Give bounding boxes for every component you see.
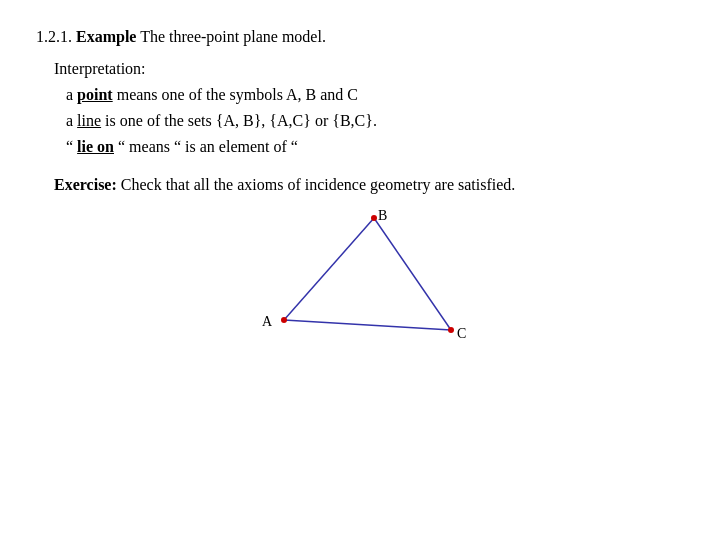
line-line: a line is one of the sets {A, B}, {A,C} … <box>66 112 684 130</box>
exercise-label: Exercise: <box>54 176 117 193</box>
svg-line-2 <box>284 320 451 330</box>
exercise-block: Exercise: Check that all the axioms of i… <box>54 176 674 194</box>
vertex-C-dot <box>448 327 454 333</box>
title-label: Example <box>72 28 136 45</box>
title-number: 1.2.1. <box>36 28 72 45</box>
vertex-A-dot <box>281 317 287 323</box>
triangle-svg: A B C <box>216 210 476 370</box>
exercise-text: Check that all the axioms of incidence g… <box>117 176 516 193</box>
title-rest: The three-point plane model. <box>136 28 325 45</box>
vertex-B-label: B <box>378 210 387 223</box>
svg-line-0 <box>284 218 374 320</box>
title-line: 1.2.1. Example The three-point plane mod… <box>36 28 684 46</box>
interpretation-label: Interpretation: <box>54 60 684 78</box>
lie-on-line: “ lie on “ means “ is an element of “ <box>66 138 684 156</box>
vertex-A-label: A <box>262 314 273 329</box>
vertex-B-dot <box>371 215 377 221</box>
diagram-container: A B C <box>216 210 476 370</box>
point-line: a point means one of the symbols A, B an… <box>66 86 684 104</box>
vertex-C-label: C <box>457 326 466 341</box>
svg-line-1 <box>374 218 451 330</box>
